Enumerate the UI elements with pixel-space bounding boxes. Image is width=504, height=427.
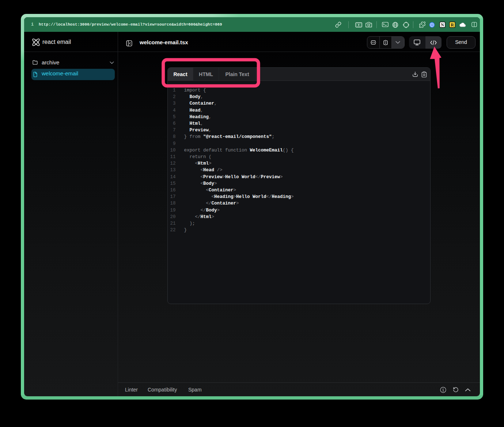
svg-text:N: N [441, 23, 444, 27]
svg-text:R: R [451, 22, 454, 27]
